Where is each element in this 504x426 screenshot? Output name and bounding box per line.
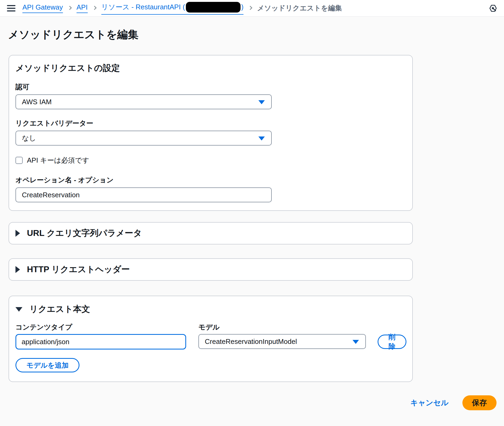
breadcrumb-link-resource[interactable]: リソース - RestaurantAPI () bbox=[101, 2, 244, 15]
caret-down-icon bbox=[258, 136, 265, 140]
content-type-input[interactable] bbox=[15, 334, 186, 349]
request-body-section: リクエスト本文 コンテンツタイプ モデル CreateReservationIn… bbox=[9, 296, 413, 382]
model-selected-value: CreateReservationInputModel bbox=[205, 337, 297, 346]
breadcrumb-link-api-gateway[interactable]: API Gateway bbox=[22, 3, 63, 13]
form-actions: キャンセル 保存 bbox=[9, 395, 497, 410]
top-navigation-bar: API Gateway API リソース - RestaurantAPI () … bbox=[0, 0, 504, 17]
settings-card-title: メソッドリクエストの設定 bbox=[15, 63, 406, 73]
authorization-label: 認可 bbox=[15, 83, 406, 91]
add-model-button[interactable]: モデルを追加 bbox=[15, 358, 79, 372]
request-validator-label: リクエストバリデーター bbox=[15, 119, 406, 127]
caret-down-icon bbox=[15, 307, 22, 312]
chevron-right-icon bbox=[248, 6, 253, 10]
breadcrumb-current-page: メソッドリクエストを編集 bbox=[257, 3, 342, 13]
authorization-select[interactable]: AWS IAM bbox=[15, 94, 272, 109]
http-request-headers-title: HTTP リクエストヘッダー bbox=[27, 264, 130, 275]
page-title: メソッドリクエストを編集 bbox=[8, 28, 504, 41]
authorization-selected-value: AWS IAM bbox=[22, 98, 52, 106]
model-field: モデル CreateReservationInputModel bbox=[198, 323, 366, 349]
request-validator-selected-value: なし bbox=[22, 134, 36, 143]
request-body-title: リクエスト本文 bbox=[29, 303, 90, 315]
content-type-label: コンテンツタイプ bbox=[15, 323, 186, 331]
operation-name-input[interactable] bbox=[15, 187, 272, 202]
delete-model-button[interactable]: 削除 bbox=[378, 335, 406, 349]
api-key-required-row: API キーは必須です bbox=[15, 156, 406, 165]
amazon-q-icon[interactable] bbox=[489, 4, 497, 12]
url-query-params-section[interactable]: URL クエリ文字列パラメータ bbox=[9, 222, 413, 244]
redaction-box bbox=[186, 2, 241, 13]
chevron-right-icon bbox=[92, 6, 97, 10]
save-button[interactable]: 保存 bbox=[462, 395, 497, 410]
api-key-required-label: API キーは必須です bbox=[27, 156, 89, 165]
breadcrumb-link-api[interactable]: API bbox=[77, 3, 88, 13]
breadcrumb: API Gateway API リソース - RestaurantAPI () … bbox=[22, 2, 342, 15]
model-select[interactable]: CreateReservationInputModel bbox=[198, 334, 366, 349]
breadcrumb-resource-text: リソース - RestaurantAPI ( bbox=[101, 3, 185, 11]
http-request-headers-section[interactable]: HTTP リクエストヘッダー bbox=[9, 258, 413, 281]
model-row-actions: 削除 bbox=[378, 323, 406, 349]
cancel-button[interactable]: キャンセル bbox=[410, 398, 449, 408]
content-type-field: コンテンツタイプ bbox=[15, 323, 186, 349]
caret-down-icon bbox=[258, 100, 265, 104]
breadcrumb-resource-suffix: ) bbox=[241, 3, 244, 11]
caret-right-icon bbox=[15, 266, 20, 273]
caret-down-icon bbox=[353, 340, 359, 344]
method-request-settings-card: メソッドリクエストの設定 認可 AWS IAM リクエストバリデーター なし A… bbox=[9, 55, 413, 211]
chevron-right-icon bbox=[67, 6, 72, 10]
url-query-params-title: URL クエリ文字列パラメータ bbox=[27, 227, 142, 239]
api-key-required-checkbox[interactable] bbox=[15, 157, 23, 164]
model-label: モデル bbox=[198, 323, 366, 331]
caret-right-icon bbox=[15, 230, 20, 237]
request-validator-select[interactable]: なし bbox=[15, 131, 272, 146]
operation-name-label: オペレーション名 - オプション bbox=[15, 176, 406, 184]
request-body-header[interactable]: リクエスト本文 bbox=[15, 304, 406, 314]
request-body-model-row: コンテンツタイプ モデル CreateReservationInputModel… bbox=[15, 323, 406, 349]
menu-icon[interactable] bbox=[7, 5, 15, 11]
